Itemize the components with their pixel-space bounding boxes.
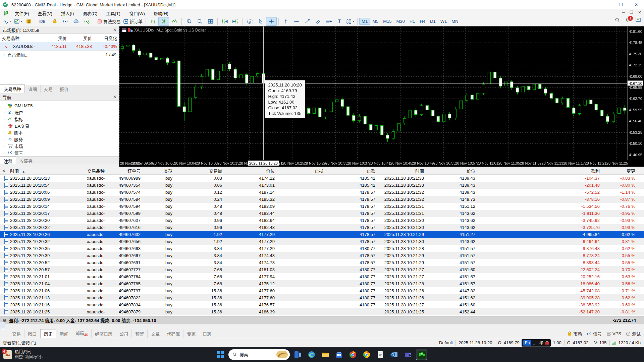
zoomout-button[interactable] — [194, 17, 205, 26]
history-row-494607584[interactable]: 2025.11.28 10:20:09xauusdc-494607584buy0… — [0, 196, 644, 203]
nav-item-市场[interactable]: ›市场 — [2, 142, 119, 149]
timeframe-w1[interactable]: W1 — [438, 18, 449, 25]
menu-w[interactable]: 窗口(W) — [125, 10, 149, 16]
close-button[interactable]: ✕ — [629, 0, 644, 9]
toolbox-tab[interactable]: 交易 — [9, 329, 24, 338]
zoomin-button[interactable] — [183, 17, 194, 26]
col-3[interactable]: 类型 — [143, 168, 174, 174]
mdi-window-controls[interactable]: ─❐✕ — [622, 10, 641, 15]
crosshair-button[interactable] — [266, 17, 277, 26]
ime-lang[interactable]: En — [523, 340, 532, 346]
navigator-tab[interactable]: 收藏夹 — [16, 157, 36, 164]
taskbar-search-box[interactable]: 搜索 — [228, 349, 290, 360]
snapshot-button[interactable] — [245, 17, 255, 26]
history-row-494607599[interactable]: 2025.11.28 10:20:17xauusdc-494607599buy0… — [0, 210, 644, 217]
menu-f[interactable]: 文件(F) — [10, 10, 34, 16]
toolbox-tab[interactable]: 日志 — [199, 329, 215, 338]
history-row-494607594[interactable]: 2025.11.28 10:20:14xauusdc-494607594buy0… — [0, 203, 644, 210]
navigator-close-icon[interactable]: ✕ — [113, 95, 116, 99]
navigator-tab[interactable]: 注释 — [0, 157, 16, 164]
linemode-button[interactable] — [169, 17, 180, 26]
timeframe-m5[interactable]: M5 — [370, 18, 381, 25]
toolbox-tab[interactable]: 邮箱46 — [72, 329, 92, 338]
taskbar-app-chrome2[interactable] — [361, 349, 372, 360]
taskbar-app-store[interactable] — [333, 349, 345, 360]
hline-button[interactable] — [291, 17, 302, 26]
history-row-494607834[interactable]: 2025.11.28 10:21:16xauusdc-494607834buy1… — [0, 301, 644, 308]
status-profile[interactable]: Default — [439, 340, 453, 345]
history-row-494607656[interactable]: 2025.11.28 10:20:32xauusdc-494607656buy1… — [0, 238, 644, 245]
minimize-button[interactable]: ─ — [598, 0, 613, 9]
linetool-button[interactable]: ▾ — [2, 17, 13, 26]
start-button[interactable] — [215, 349, 226, 360]
shortcut-信号[interactable]: 信号 — [587, 330, 602, 337]
text-button[interactable] — [334, 17, 345, 26]
timeframe-h1[interactable]: H1 — [407, 18, 418, 25]
market-watch-row-xauusdc[interactable]: ↘ XAUUSDc- 4185.11 4185.38 -0.43% — [0, 42, 119, 51]
menu-i[interactable]: 插入(I) — [57, 10, 78, 16]
cursor-button[interactable] — [255, 17, 266, 26]
history-row-494607764[interactable]: 2025.11.28 10:21:01xauusdc-494607764buy7… — [0, 273, 644, 280]
toolbox-tab[interactable]: 敞口 — [24, 329, 40, 338]
timeframe-m1[interactable]: M1 — [359, 18, 370, 25]
nav-item-脚本[interactable]: ›脚本 — [2, 129, 119, 136]
ime-bar[interactable]: En 、 半 — [522, 339, 551, 347]
candles-button[interactable] — [158, 17, 169, 26]
shapes-button[interactable]: ▾ — [345, 17, 356, 26]
toolbox-tab[interactable]: 代码库 — [163, 329, 183, 338]
shortcut-市场[interactable]: 市场 — [567, 330, 582, 337]
nav-item-ea交易[interactable]: ›EA交易 — [2, 122, 119, 129]
neworder-button[interactable]: 新订单 — [122, 17, 144, 26]
shortcut-测试[interactable]: 测试 — [626, 330, 641, 337]
toolbox-tab[interactable]: 经济日历 — [92, 329, 116, 338]
bag-button[interactable] — [49, 17, 60, 26]
broadcast-button[interactable] — [60, 17, 71, 26]
ime-punct[interactable]: 、 — [533, 340, 537, 346]
col-4[interactable]: 交易量 — [174, 168, 224, 174]
symbols-tab[interactable]: 详细 — [25, 85, 41, 93]
history-row-494607632[interactable]: 2025.11.28 10:20:26xauusdc-494607632buy1… — [0, 231, 644, 238]
history-row-494607354[interactable]: 2025.11.28 10:18:54xauusdc-494607354buy0… — [0, 182, 644, 189]
click-to-add-row[interactable]: + 点击添加... 1 / 49 — [0, 51, 119, 59]
shiftright-button[interactable] — [219, 17, 230, 26]
nav-item-信号[interactable]: ›信号 — [2, 149, 119, 156]
tiles-button[interactable] — [205, 17, 216, 26]
col-10[interactable]: 盈利 — [477, 168, 602, 174]
history-row-494606989[interactable]: 2025.11.28 10:16:23xauusdc-494606989buy0… — [0, 175, 644, 182]
history-row-494607607[interactable]: 2025.11.28 10:20:20xauusdc-494607607buy0… — [0, 217, 644, 224]
col-7[interactable]: 止盈 — [325, 168, 377, 174]
taskbar-app-folder[interactable] — [320, 349, 331, 360]
col-8[interactable]: 时间 — [377, 168, 426, 174]
col-2[interactable]: 订单号 — [107, 168, 143, 174]
maximize-button[interactable]: ❐ — [613, 0, 629, 9]
nav-item-账户[interactable]: ›账户 — [2, 109, 119, 116]
toolbox-tab[interactable]: 公司 — [116, 329, 132, 338]
history-row-494607691[interactable]: 2025.11.28 10:20:52xauusdc-494607691buy3… — [0, 259, 644, 266]
taskbar-app-mt5[interactable] — [416, 349, 427, 360]
toolbox-close-icon[interactable]: ✕ — [0, 168, 8, 173]
algo-button[interactable]: 算法交易 — [96, 17, 122, 26]
chart-window[interactable]: XAUUSDc-, M1: Spot Gold vs US Dollar 202… — [119, 26, 644, 167]
taskbar-app-chrome1[interactable] — [347, 349, 359, 360]
toolbox-tab[interactable]: 预警 — [132, 329, 148, 338]
nav-item-指标[interactable]: ›指标 — [2, 116, 119, 122]
symbols-tab[interactable]: 交易 — [41, 85, 56, 93]
shiftleft-button[interactable] — [230, 17, 241, 26]
col-6[interactable]: 止损 — [277, 168, 325, 174]
cloud-button[interactable] — [71, 17, 82, 26]
menu-v[interactable]: 查看(V) — [34, 10, 57, 16]
vline-button[interactable] — [280, 17, 291, 26]
taskbar-app-teams[interactable]: T — [402, 349, 414, 360]
col-5[interactable]: 价位 — [224, 168, 277, 174]
channel-button[interactable] — [313, 17, 323, 26]
trend-button[interactable] — [302, 17, 313, 26]
history-row-494607616[interactable]: 2025.11.28 10:20:22xauusdc-494607616buy0… — [0, 224, 644, 231]
toolbox-tab[interactable]: 专家 — [183, 329, 199, 338]
shortcut-vps[interactable]: VPS — [606, 331, 621, 336]
menu-c[interactable]: 图表(C) — [78, 10, 102, 16]
history-row-494607574[interactable]: 2025.11.28 10:20:06xauusdc-494607574buy0… — [0, 189, 644, 196]
col-1[interactable]: 交易品种 — [72, 168, 107, 174]
col-9[interactable]: 价位 — [426, 168, 477, 174]
data-window-icon[interactable] — [636, 17, 641, 22]
history-row-494607663[interactable]: 2025.11.28 10:20:35xauusdc-494607663buy3… — [0, 245, 644, 252]
